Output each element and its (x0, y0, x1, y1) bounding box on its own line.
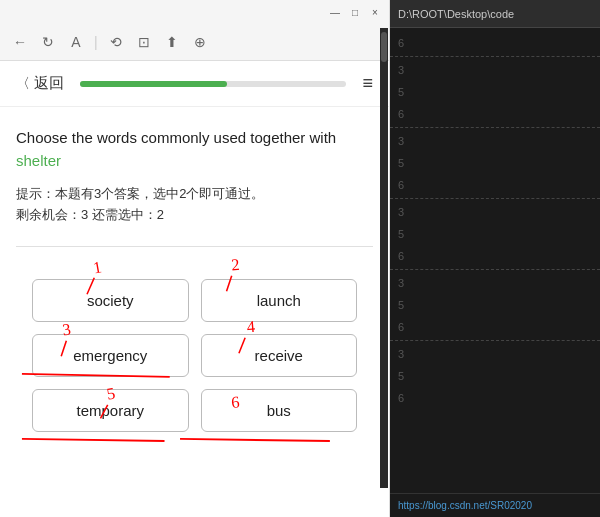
line-number: 6 (390, 250, 410, 262)
separator: | (94, 34, 98, 50)
browser-chrome: — □ × ← ↻ A | ⟲ ⊡ ⬆ ⊕ (0, 0, 389, 61)
word-label: society (87, 292, 134, 309)
code-line: 5 (390, 223, 600, 245)
back-label: 返回 (34, 74, 64, 93)
nav-bar: ← ↻ A | ⟲ ⊡ ⬆ ⊕ (0, 24, 389, 60)
line-number: 5 (390, 299, 410, 311)
line-number: 3 (390, 206, 410, 218)
word-grid-wrapper: society launch emergency receive tempora… (0, 255, 389, 472)
browser-panel: — □ × ← ↻ A | ⟲ ⊡ ⬆ ⊕ 〈 返回 ≡ (0, 0, 390, 517)
hint-line1: 提示：本题有3个答案，选中2个即可通过。 (16, 184, 373, 205)
scrollbar[interactable] (380, 28, 388, 488)
hint-line2: 剩余机会：3 还需选中：2 (16, 205, 373, 226)
code-line: 5 (390, 81, 600, 103)
code-line: 6 (390, 32, 600, 54)
tab-manage-button[interactable]: ⊡ (134, 34, 154, 50)
back-button[interactable]: 〈 返回 (16, 74, 64, 93)
code-line: 5 (390, 294, 600, 316)
title-bar: — □ × (0, 0, 389, 24)
word-label: launch (257, 292, 301, 309)
line-number: 3 (390, 348, 410, 360)
code-line: 6 (390, 387, 600, 409)
bottom-url: https://blog.csdn.net/SR02020 (398, 500, 532, 511)
keyword: shelter (16, 152, 61, 169)
close-button[interactable]: × (369, 6, 381, 18)
line-number: 6 (390, 37, 410, 49)
line-number: 5 (390, 228, 410, 240)
word-label: bus (267, 402, 291, 419)
hint-text: 提示：本题有3个答案，选中2个即可通过。 剩余机会：3 还需选中：2 (16, 184, 373, 226)
share-button[interactable]: ⬆ (162, 34, 182, 50)
line-number: 6 (390, 392, 410, 404)
divider (16, 246, 373, 247)
minimize-button[interactable]: — (329, 6, 341, 18)
question-intro: Choose the words commonly used together … (16, 129, 336, 146)
line-number: 6 (390, 179, 410, 191)
more-button[interactable]: ⊕ (190, 34, 210, 50)
word-label: temporary (76, 402, 144, 419)
hamburger-menu-button[interactable]: ≡ (362, 73, 373, 94)
code-line: 6 (390, 103, 600, 125)
code-line: 3 (390, 130, 600, 152)
back-bar: 〈 返回 ≡ (0, 61, 389, 107)
code-line: 6 (390, 174, 600, 196)
word-grid: society launch emergency receive tempora… (16, 267, 373, 452)
back-nav-button[interactable]: ← (10, 34, 30, 50)
progress-bar (80, 81, 346, 87)
word-button-launch[interactable]: launch (201, 279, 358, 322)
code-line: 5 (390, 152, 600, 174)
code-line: 3 (390, 201, 600, 223)
code-lines: 6 3 5 6 3 5 6 3 (390, 28, 600, 493)
app-content: 〈 返回 ≡ Choose the words commonly used to… (0, 61, 389, 517)
maximize-button[interactable]: □ (349, 6, 361, 18)
line-number: 5 (390, 157, 410, 169)
line-number: 3 (390, 64, 410, 76)
word-label: emergency (73, 347, 147, 364)
word-button-temporary[interactable]: temporary (32, 389, 189, 432)
word-button-society[interactable]: society (32, 279, 189, 322)
code-bottom-bar: https://blog.csdn.net/SR02020 (390, 493, 600, 517)
code-line: 6 (390, 316, 600, 338)
back-chevron-icon: 〈 (16, 75, 30, 93)
word-button-bus[interactable]: bus (201, 389, 358, 432)
font-button[interactable]: A (66, 34, 86, 50)
line-number: 3 (390, 277, 410, 289)
code-line: 3 (390, 272, 600, 294)
line-number: 5 (390, 370, 410, 382)
code-line: 3 (390, 59, 600, 81)
word-button-receive[interactable]: receive (201, 334, 358, 377)
code-line: 6 (390, 245, 600, 267)
line-number: 6 (390, 321, 410, 333)
code-line: 5 (390, 365, 600, 387)
code-title-bar: D:\ROOT\Desktop\code (390, 0, 600, 28)
line-number: 6 (390, 108, 410, 120)
refresh-button[interactable]: ↻ (38, 34, 58, 50)
window-controls: — □ × (329, 6, 381, 18)
history-button[interactable]: ⟲ (106, 34, 126, 50)
code-line: 3 (390, 343, 600, 365)
word-button-emergency[interactable]: emergency (32, 334, 189, 377)
question-text: Choose the words commonly used together … (16, 127, 373, 172)
line-number: 5 (390, 86, 410, 98)
word-label: receive (255, 347, 303, 364)
progress-fill (80, 81, 227, 87)
line-number: 3 (390, 135, 410, 147)
question-area: Choose the words commonly used together … (0, 107, 389, 238)
code-panel: D:\ROOT\Desktop\code 6 3 5 6 3 5 (390, 0, 600, 517)
code-title: D:\ROOT\Desktop\code (398, 8, 514, 20)
